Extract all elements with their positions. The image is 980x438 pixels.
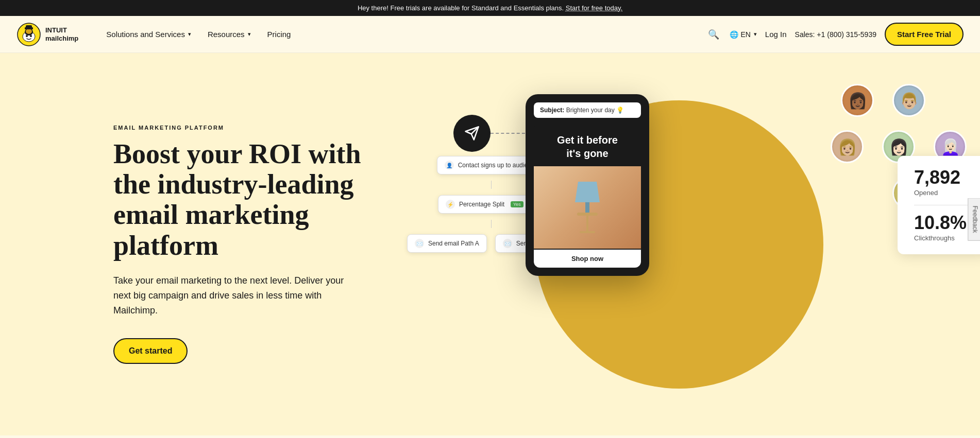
lang-chevron-icon: ▾ [754, 31, 757, 38]
lamp-stand [586, 216, 588, 231]
sales-phone: Sales: +1 (800) 315-5939 [795, 30, 876, 39]
search-icon: 🔍 [708, 29, 719, 40]
resources-chevron-icon: ▾ [248, 31, 251, 38]
banner-text: Hey there! Free trials are available for… [358, 4, 566, 12]
start-free-trial-button[interactable]: Start Free Trial [885, 23, 964, 46]
banner-link[interactable]: Start for free today. [566, 4, 622, 12]
hero-left: EMAIL MARKETING PLATFORM Boost your ROI … [0, 53, 407, 435]
mailchimp-logo-icon [16, 22, 41, 47]
workflow-path-a-box: ✉️ Send email Path A [407, 234, 487, 253]
phone-inner-content: Get it before it's gone Shop now [534, 123, 641, 268]
phone-email-header: Get it before it's gone [534, 123, 641, 166]
search-button[interactable]: 🔍 [706, 27, 721, 42]
email-path-a-icon: ✉️ [415, 239, 424, 248]
lamp-illustration [572, 182, 603, 233]
get-started-button[interactable]: Get started [113, 338, 188, 364]
workflow-line-2 [491, 220, 492, 228]
avatar-1: 👩🏾 [841, 84, 874, 117]
solutions-chevron-icon: ▾ [188, 31, 191, 38]
email-path-b-icon: ✉️ [503, 239, 512, 248]
globe-icon: 🌐 [730, 30, 738, 39]
navbar: INTUITmailchimp Solutions and Services ▾… [0, 16, 980, 53]
svg-point-5 [26, 29, 32, 34]
lamp-foot [580, 231, 595, 233]
hero-section: EMAIL MARKETING PLATFORM Boost your ROI … [0, 53, 980, 435]
send-icon [464, 126, 480, 141]
workflow-line-1 [491, 181, 492, 189]
shop-now-button[interactable]: Shop now [534, 250, 641, 268]
nav-links: Solutions and Services ▾ Resources ▾ Pri… [99, 26, 706, 43]
hero-heading: Boost your ROI with the industry-leading… [113, 139, 376, 261]
nav-right: 🔍 🌐 EN ▾ Log In Sales: +1 (800) 315-5939… [706, 23, 964, 46]
opened-label: Opened [914, 189, 974, 197]
clickthroughs-label: Clickthroughs [914, 234, 974, 242]
lamp-bulb [585, 202, 589, 213]
login-link[interactable]: Log In [765, 30, 787, 39]
opened-number: 7,892 [914, 168, 974, 187]
nav-resources[interactable]: Resources ▾ [200, 26, 258, 43]
avatar-2: 👨🏼 [892, 84, 925, 117]
language-selector[interactable]: 🌐 EN ▾ [730, 30, 756, 39]
opened-stat: 7,892 Opened [914, 168, 974, 197]
hero-eyebrow: EMAIL MARKETING PLATFORM [113, 125, 376, 131]
hero-subtext: Take your email marketing to the next le… [113, 273, 350, 318]
workflow-contact-icon: 👤 [445, 161, 454, 170]
nav-pricing[interactable]: Pricing [260, 26, 298, 43]
svg-rect-7 [26, 25, 32, 28]
lamp-shade [572, 182, 603, 202]
top-banner: Hey there! Free trials are available for… [0, 0, 980, 16]
phone-product-image [534, 166, 641, 249]
hero-right: 👩🏾 👨🏼 👩🏼 👩🏻 👩🏻‍🦳 👨🏽 ▶ 👤 Contact signs up… [407, 53, 980, 435]
logo-text: INTUITmailchimp [45, 26, 78, 42]
yes-badge: Yes [511, 201, 523, 207]
avatar-3: 👩🏼 [831, 130, 864, 163]
send-icon-circle [453, 115, 491, 152]
nav-solutions[interactable]: Solutions and Services ▾ [99, 26, 198, 43]
stats-divider [914, 205, 974, 205]
clickthroughs-stat: 10.8% Clickthroughs [914, 214, 974, 242]
workflow-split-icon: ⚡ [446, 200, 455, 209]
phone-mockup: Subject: Brighten your day 💡 Get it befo… [526, 94, 649, 276]
clickthroughs-number: 10.8% [914, 214, 974, 232]
logo[interactable]: INTUITmailchimp [16, 22, 78, 47]
feedback-tab[interactable]: Feedback [968, 198, 980, 240]
phone-subject: Subject: Brighten your day 💡 [534, 102, 641, 118]
